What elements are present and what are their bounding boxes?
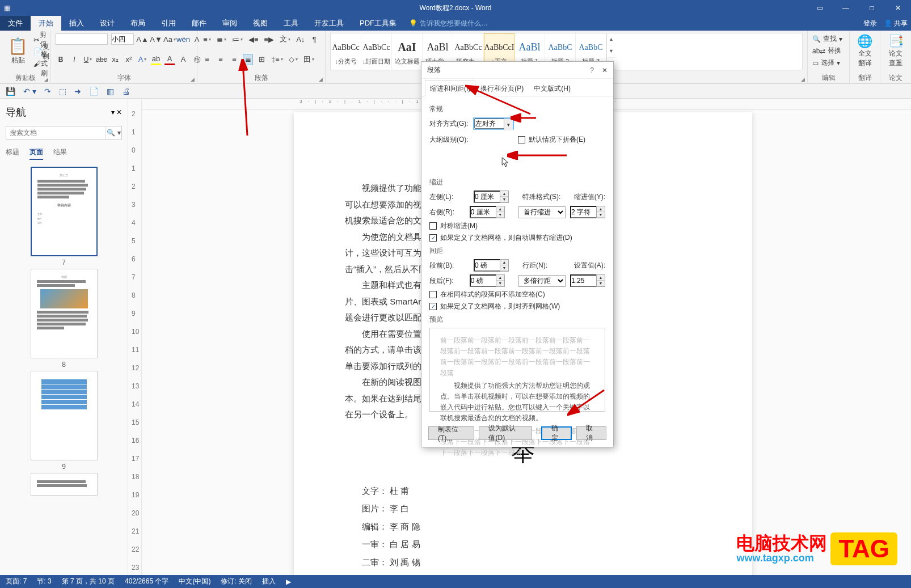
tab-home[interactable]: 开始 [31, 16, 61, 31]
tab-view[interactable]: 视图 [245, 16, 276, 31]
styles-launcher-icon[interactable]: ◢ [801, 77, 805, 82]
page-thumbnail-10[interactable] [31, 473, 98, 496]
alignment-combo[interactable]: ▾ [474, 118, 513, 129]
qat-new-icon[interactable]: 📄 [89, 87, 99, 96]
page-thumbnail-8[interactable]: 标题 [31, 269, 98, 358]
set-default-button[interactable]: 设为默认值(D) [479, 426, 532, 440]
grow-font-icon[interactable]: A▲ [137, 33, 147, 45]
left-indent-spinner[interactable]: ▲▼ [474, 191, 509, 203]
align-center-icon[interactable]: ≡ [216, 54, 226, 65]
font-name-input[interactable] [56, 33, 108, 45]
qat-icon[interactable]: ➜ [74, 87, 81, 96]
dialog-tab-asian[interactable]: 中文版式(H) [529, 80, 576, 96]
select-button[interactable]: ▭ 选择 ▾ [812, 57, 845, 69]
translate-button[interactable]: 🌐全文 翻译 [854, 33, 875, 70]
snap-grid-checkbox[interactable]: ✓如果定义了文档网格，则对齐到网格(W) [429, 302, 605, 311]
body-text[interactable]: 编辑： 李 商 隐 [362, 518, 701, 536]
change-case-icon[interactable]: Aa▾ [165, 33, 175, 45]
tab-references[interactable]: 引用 [153, 16, 184, 31]
underline-button[interactable]: U▾ [83, 54, 93, 65]
body-text[interactable]: 图片： 李 白 [362, 500, 701, 518]
find-button[interactable]: 🔍 查找 ▾ [812, 33, 845, 45]
italic-button[interactable]: I [69, 54, 79, 65]
style-item[interactable]: AaBbCc↓封面日期 [361, 33, 392, 70]
mirror-indent-checkbox[interactable]: 对称缩进(M) [429, 221, 605, 231]
clipboard-launcher-icon[interactable]: ◢ [44, 77, 48, 82]
login-link[interactable]: 登录 [863, 19, 877, 28]
body-text[interactable]: 二审： 刘 禹 锡 [362, 553, 701, 572]
share-button[interactable]: 👤 共享 [884, 19, 908, 28]
maximize-button[interactable]: □ [859, 0, 885, 16]
styles-up-icon[interactable]: ▲ [607, 33, 615, 45]
tab-tools[interactable]: 工具 [276, 16, 306, 31]
tab-layout[interactable]: 布局 [123, 16, 153, 31]
multilevel-list-icon[interactable]: ≔▾ [231, 33, 244, 45]
justify-icon[interactable]: ≣ [243, 54, 253, 65]
styles-down-icon[interactable]: ▼ [607, 45, 615, 57]
sort-icon[interactable]: A↓ [295, 33, 306, 45]
dialog-help-icon[interactable]: ? [590, 66, 594, 74]
numbering-icon[interactable]: ≣▾ [216, 33, 227, 45]
bullets-icon[interactable]: ≡▾ [202, 33, 212, 45]
decrease-indent-icon[interactable]: ◀≡ [247, 33, 260, 45]
ribbon-options-icon[interactable]: ▭ [807, 0, 833, 16]
tab-insert[interactable]: 插入 [61, 16, 92, 31]
distribute-icon[interactable]: ⊞ [256, 54, 267, 65]
page-thumbnail-9[interactable] [31, 371, 98, 460]
qat-undo-icon[interactable]: ↶ ▾ [23, 87, 36, 96]
phonetic-guide-icon[interactable]: wén [178, 33, 188, 45]
body-text[interactable]: 文字： 杜 甫 [362, 482, 701, 500]
status-insert-mode[interactable]: 插入 [262, 577, 276, 586]
tab-file[interactable]: 文件 [0, 16, 31, 31]
qat-print-icon[interactable]: 🖨 [122, 87, 130, 96]
auto-adjust-indent-checkbox[interactable]: ✓如果定义了文档网格，则自动调整右缩进(D) [429, 233, 605, 243]
tab-developer[interactable]: 开发工具 [306, 16, 352, 31]
superscript-button[interactable]: x² [124, 54, 134, 65]
tab-pdf[interactable]: PDF工具集 [352, 16, 404, 31]
close-window-button[interactable]: ✕ [885, 0, 911, 16]
bold-button[interactable]: B [56, 54, 66, 65]
subscript-button[interactable]: x₂ [110, 54, 120, 65]
replace-button[interactable]: ab⇄ 替换 [812, 45, 845, 57]
highlight-icon[interactable]: ab [151, 54, 161, 65]
show-marks-icon[interactable]: ¶ [309, 33, 319, 45]
ok-button[interactable]: 确定 [541, 426, 572, 440]
align-left-icon[interactable]: ≡ [202, 54, 212, 65]
status-page-of[interactable]: 第 7 页，共 10 页 [62, 577, 115, 586]
tab-mailings[interactable]: 邮件 [184, 16, 214, 31]
nav-tab-pages[interactable]: 页面 [29, 147, 43, 160]
thesis-check-button[interactable]: 📑论文 查重 [885, 33, 906, 70]
nav-search-input[interactable] [6, 126, 106, 139]
font-size-input[interactable] [111, 33, 134, 45]
char-shading-icon[interactable]: A [178, 54, 188, 65]
tell-me-search[interactable]: 💡告诉我您想要做什么… [409, 16, 488, 31]
qat-icon[interactable]: ⬚ [59, 87, 66, 96]
paragraph-launcher-icon[interactable]: ◢ [319, 77, 323, 82]
strikethrough-button[interactable]: abc [96, 54, 107, 65]
borders-icon[interactable]: 田▾ [302, 54, 315, 65]
nav-dropdown-icon[interactable]: ▾ ✕ [111, 108, 122, 116]
status-sections[interactable]: 节: 3 [37, 577, 51, 586]
nav-search-icon[interactable]: 🔍 ▾ [106, 126, 121, 139]
dialog-close-icon[interactable]: ✕ [602, 66, 608, 74]
tabstops-button[interactable]: 制表位(T)... [428, 426, 474, 440]
status-pages[interactable]: 页面: 7 [6, 577, 27, 586]
cancel-button[interactable]: 取消 [576, 426, 606, 440]
collapse-checkbox[interactable]: 默认情况下折叠(E) [518, 135, 585, 145]
page-thumbnail-7[interactable]: 第七章 举例内容 文字图片编辑 [31, 167, 98, 256]
qat-redo-icon[interactable]: ↷ [44, 87, 51, 96]
status-language[interactable]: 中文(中国) [179, 577, 210, 586]
status-track-changes[interactable]: 修订: 关闭 [221, 577, 252, 586]
special-format-select[interactable]: 首行缩进 [518, 206, 566, 218]
style-item[interactable]: AaBbCc↓分类号 [331, 33, 361, 70]
status-word-count[interactable]: 402/2665 个字 [125, 577, 168, 586]
shrink-font-icon[interactable]: A▼ [151, 33, 161, 45]
tab-design[interactable]: 设计 [92, 16, 123, 31]
before-spacing-spinner[interactable]: ▲▼ [474, 259, 509, 272]
indent-value-spinner[interactable]: ▲▼ [570, 206, 605, 218]
right-indent-spinner[interactable]: ▲▼ [470, 206, 505, 218]
nav-tab-results[interactable]: 结果 [53, 147, 67, 160]
qat-save-icon[interactable]: 💾 [6, 87, 15, 96]
font-launcher-icon[interactable]: ◢ [191, 77, 195, 82]
body-text[interactable]: 一审： 白 居 易 [362, 535, 701, 553]
